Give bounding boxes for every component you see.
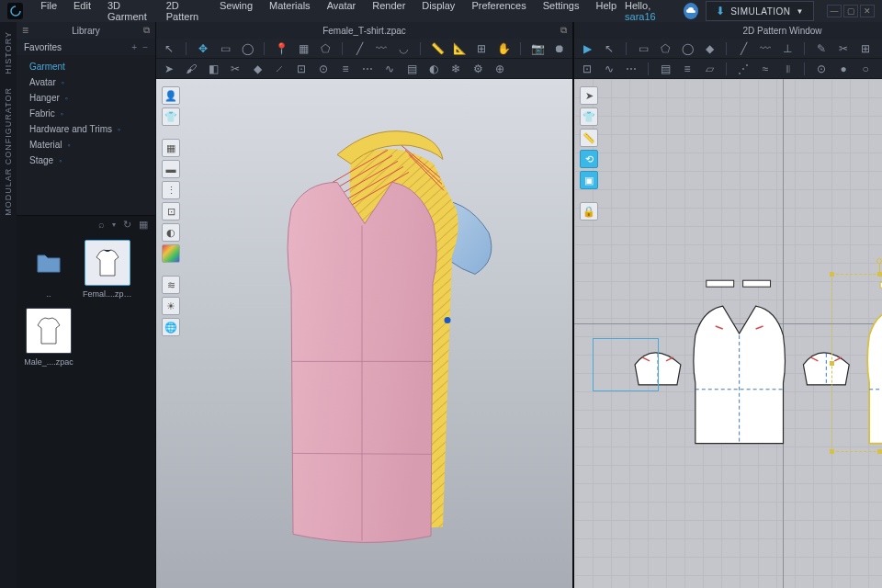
tool-snap[interactable]: ⊞ [474, 41, 489, 56]
vtool-2d-ruler[interactable]: 📏 [580, 129, 598, 147]
tool-move[interactable]: ✥ [196, 41, 210, 56]
tab-modular-configurator[interactable]: MODULAR CONFIGURATOR [4, 87, 13, 216]
tool-polygon[interactable]: ⬠ [318, 41, 333, 56]
tool-fold[interactable]: ⟋ [272, 62, 287, 76]
tool-2d-edit[interactable]: ↖ [602, 41, 616, 56]
tool-2d-notch[interactable]: ⊥ [780, 41, 795, 56]
tool-2d-select[interactable]: ▶ [580, 41, 594, 56]
tool-2d-pleat[interactable]: ⫴ [780, 62, 795, 76]
tool-2d-offset[interactable]: ⊞ [858, 41, 873, 56]
cat-hanger[interactable]: Hanger◦ [17, 90, 155, 106]
window-maximize[interactable]: ▢ [843, 5, 858, 17]
tool-freeze[interactable]: ❄ [448, 62, 463, 76]
tool-2d-pucker[interactable]: ≈ [758, 62, 773, 76]
tool-layer[interactable]: ▤ [404, 62, 419, 76]
vtool-shade[interactable]: ◐ [162, 223, 180, 242]
remove-icon[interactable]: − [142, 42, 148, 52]
thumb-male-tshirt[interactable]: Male_....zpac [24, 308, 74, 367]
vtool-texture[interactable]: ▦ [162, 139, 180, 157]
tool-button[interactable]: ⊙ [316, 62, 331, 76]
tool-measure[interactable]: 📏 [430, 41, 445, 56]
tool-select[interactable]: ↖ [162, 41, 176, 56]
tool-cursor2[interactable]: ➤ [162, 62, 176, 76]
garment-3d-model[interactable] [227, 104, 503, 545]
cloud-sync-icon[interactable] [684, 3, 698, 19]
grid-view-icon[interactable]: ▦ [139, 219, 148, 231]
vtool-garment[interactable]: 👕 [162, 107, 180, 126]
window-minimize[interactable]: — [827, 5, 842, 17]
tool-2d-tack[interactable]: ⊙ [814, 62, 829, 76]
tool-2d-slash[interactable]: ✂ [836, 41, 851, 56]
vtool-2d-garment[interactable]: 👕 [580, 107, 598, 126]
vtool-light[interactable]: ☀ [162, 297, 180, 315]
viewport-3d[interactable]: 👤 👕 ▦ ▬ ⋮ ⊡ ◐ ≋ ☀ 🌐 [156, 79, 572, 588]
tool-pan[interactable]: ✋ [496, 41, 511, 56]
search-icon[interactable]: ⌕ [98, 219, 105, 230]
cat-fabric[interactable]: Fabric◦ [17, 106, 155, 121]
tool-curve[interactable]: 〰 [374, 41, 389, 56]
tool-camera[interactable]: 📷 [530, 41, 545, 56]
tool-marquee[interactable]: ▭ [218, 41, 232, 56]
popout-icon[interactable]: ⧉ [143, 25, 150, 36]
tool-2d-curve[interactable]: 〰 [758, 41, 773, 56]
vtool-world[interactable]: 🌐 [162, 318, 180, 336]
vtool-2d-show[interactable]: ▣ [580, 171, 598, 189]
tool-mesh[interactable]: ▦ [296, 41, 311, 56]
tool-pin[interactable]: 📍 [274, 41, 288, 56]
vtool-stress[interactable] [162, 244, 180, 263]
tool-strengthen[interactable]: ⚙ [470, 62, 485, 76]
cat-garment[interactable]: Garment [17, 59, 155, 74]
thumb-parent-folder[interactable]: .. [24, 240, 74, 299]
vtool-thick[interactable]: ▬ [162, 160, 180, 178]
tool-2d-rect[interactable]: ▭ [636, 41, 650, 56]
hamburger-icon[interactable]: ≡ [22, 24, 28, 37]
tool-2d-dart[interactable]: ◆ [702, 41, 717, 56]
viewport-2d[interactable]: ➤ 👕 📏 ⟲ ▣ 🔒 [574, 79, 882, 588]
tool-zipper[interactable]: ≡ [338, 62, 353, 76]
popout-icon[interactable]: ⧉ [560, 25, 567, 36]
tool-fit[interactable]: ⊕ [492, 62, 507, 76]
library-favorites[interactable]: Favorites +− [17, 39, 155, 55]
app-logo[interactable] [7, 3, 23, 19]
simulation-button[interactable]: ⬇ SIMULATION ▼ [706, 1, 814, 21]
tool-2d-btn[interactable]: ● [836, 62, 851, 76]
tool-stitch[interactable]: ⋯ [360, 62, 375, 76]
vtool-seamline[interactable]: ⋮ [162, 181, 180, 199]
tool-2d-segment[interactable]: ⋯ [624, 62, 639, 76]
tool-2d-iron[interactable]: ▱ [702, 62, 717, 76]
tool-record[interactable]: ⏺ [552, 41, 567, 56]
tool-arc[interactable]: ◡ [396, 41, 411, 56]
tool-seam[interactable]: ∿ [382, 62, 397, 76]
cat-material[interactable]: Material◦ [17, 137, 155, 153]
window-close[interactable]: ✕ [860, 5, 875, 17]
tool-2d-bind[interactable]: ▤ [658, 62, 673, 76]
tool-2d-sew[interactable]: ⊡ [580, 62, 594, 76]
username[interactable]: sara16 [625, 11, 656, 22]
tool-line[interactable]: ╱ [352, 41, 367, 56]
tab-history[interactable]: HISTORY [4, 31, 13, 74]
add-icon[interactable]: + [131, 42, 137, 52]
tool-2d-poly[interactable]: ⬠ [658, 41, 673, 56]
tool-2d-line[interactable]: ╱ [736, 41, 751, 56]
thumb-female-tshirt[interactable]: Femal....zpac [83, 240, 132, 299]
tool-binding[interactable]: ⊡ [294, 62, 309, 76]
selection-box[interactable] [593, 338, 659, 391]
tool-2d-hole[interactable]: ○ [858, 62, 873, 76]
vtool-2d-lock[interactable]: 🔒 [580, 202, 598, 220]
tool-dart[interactable]: ◆ [250, 62, 265, 76]
tool-2d-trace[interactable]: ✎ [814, 41, 829, 56]
tool-2d-freesew[interactable]: ∿ [602, 62, 616, 76]
tool-opacity[interactable]: ◐ [426, 62, 441, 76]
refresh-icon[interactable]: ↻ [123, 219, 131, 231]
tool-2d-topstitch[interactable]: ⋰ [736, 62, 751, 76]
tool-2d-circle[interactable]: ◯ [680, 41, 695, 56]
tool-lasso[interactable]: ◯ [240, 41, 254, 56]
dashed-selection-box[interactable] [831, 274, 882, 452]
tool-cut[interactable]: ✂ [228, 62, 243, 76]
tool-brush[interactable]: 🖌 [184, 62, 198, 76]
tool-tape[interactable]: 📐 [452, 41, 467, 56]
tool-2d-piping[interactable]: ≡ [680, 62, 695, 76]
vtool-2d-sync[interactable]: ⟲ [580, 150, 598, 168]
chevron-down-icon[interactable]: ▾ [112, 220, 116, 229]
vtool-internal[interactable]: ⊡ [162, 202, 180, 220]
